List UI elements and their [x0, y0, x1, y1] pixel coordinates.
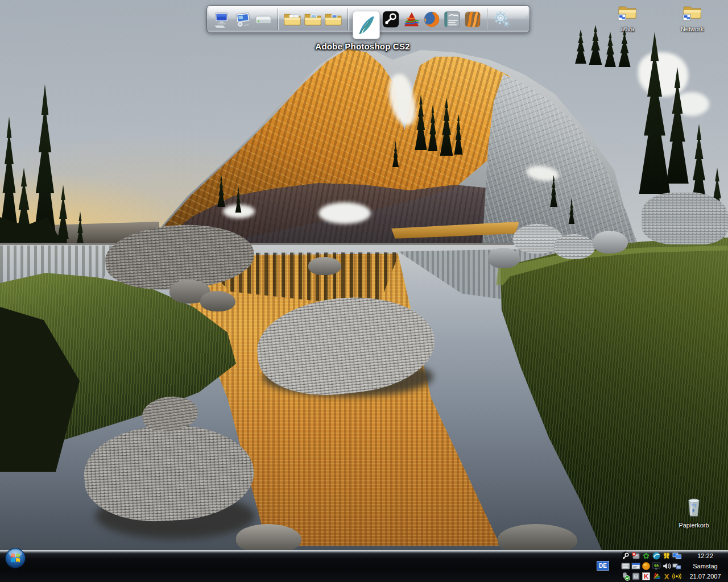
dock-item-pictures-display[interactable] — [233, 7, 253, 31]
safe-icon[interactable] — [631, 572, 640, 581]
volume-icon[interactable] — [662, 562, 671, 571]
dock-item-media-folder[interactable] — [324, 7, 343, 31]
wireless-signal-icon[interactable] — [672, 572, 681, 581]
pictures-folder-icon — [303, 10, 322, 29]
network-monitors-icon[interactable] — [672, 551, 681, 560]
dock-settings-gear-icon — [492, 10, 511, 29]
desktop-icon-label: Papierkorb — [672, 522, 716, 529]
device-error-icon[interactable] — [631, 551, 640, 560]
red-waves-app-icon — [402, 10, 421, 29]
dock-separator — [487, 9, 487, 30]
dock-item-firefox[interactable] — [422, 7, 441, 31]
dock-item-pictures-folder[interactable] — [303, 7, 322, 31]
harddrive-icon — [254, 9, 273, 30]
shore-rock — [554, 234, 595, 259]
tray-row-2: 99 Samstag — [621, 561, 725, 571]
wallpaper — [0, 0, 728, 550]
kaspersky-letter: K — [644, 573, 648, 580]
clock-day[interactable]: Samstag — [685, 563, 725, 569]
desktop-icon-a6va[interactable]: a6va — [605, 3, 650, 32]
dock-item-settings[interactable] — [492, 7, 511, 31]
xfire-letter: X — [664, 572, 669, 581]
dock-item-orange-streaks-app[interactable] — [463, 7, 482, 31]
steam-tray-icon[interactable] — [621, 551, 630, 560]
dock-tooltip: Adobe Photoshop CS2 — [206, 41, 519, 51]
start-button[interactable] — [5, 547, 26, 569]
snowfield-right — [638, 52, 688, 97]
orange-streaks-app-icon — [463, 10, 482, 29]
steam-icon — [381, 10, 400, 29]
app-dock — [206, 5, 530, 33]
icq-ball-icon[interactable] — [642, 562, 651, 571]
messenger-swirl-icon[interactable] — [652, 551, 661, 560]
snow-patch — [318, 202, 371, 224]
firefox-icon — [422, 10, 441, 29]
dock-separator — [348, 9, 348, 30]
shore-rock — [593, 231, 628, 253]
safely-remove-icon[interactable] — [621, 572, 630, 581]
documents-folder-icon — [283, 10, 302, 29]
rock — [200, 291, 235, 311]
dock-item-red-waves-app[interactable] — [402, 7, 421, 31]
window-app-icon[interactable] — [631, 562, 640, 571]
tray-row-1: ✿ 12:22 — [621, 551, 725, 561]
shore-rock — [488, 248, 520, 268]
shared-folder-icon — [682, 3, 702, 22]
recycle-bin-icon — [684, 497, 704, 518]
desktop-icon-label: Network — [670, 26, 714, 32]
shore-rock-large — [642, 192, 728, 244]
system-tray: ✿ 12:22 99 Samstag K — [621, 551, 725, 581]
windows-orb-icon — [5, 547, 26, 569]
flower-glyph: ✿ — [643, 551, 650, 560]
desktop: Adobe Photoshop CS2 a6va — [0, 0, 728, 582]
desktop-icon-network[interactable]: Network — [670, 3, 714, 32]
clock-time[interactable]: 12:22 — [685, 552, 725, 559]
photoshop-icon — [355, 14, 378, 36]
kaspersky-icon[interactable]: K — [642, 572, 651, 581]
dock-item-photoshop[interactable] — [353, 11, 380, 39]
lan-status-icon[interactable] — [672, 562, 681, 571]
color-fan-icon[interactable] — [652, 572, 661, 581]
dock-item-documents-folder[interactable] — [283, 7, 302, 31]
dock-item-harddrive[interactable] — [254, 7, 273, 31]
dock-item-steam[interactable] — [381, 7, 400, 31]
tray-row-3: K X 21.07.2007 — [621, 571, 725, 581]
desktop-icon-recycle-bin[interactable]: Papierkorb — [672, 497, 716, 529]
meter-value: 99 — [654, 564, 659, 568]
clock-date[interactable]: 21.07.2007 — [685, 573, 725, 580]
media-folder-icon — [324, 10, 343, 29]
dock-item-computer[interactable] — [213, 7, 232, 31]
language-indicator[interactable]: DE — [597, 561, 609, 571]
newspaper-icon[interactable] — [621, 562, 630, 571]
display-pictures-icon — [233, 9, 253, 30]
xfire-icon[interactable]: X — [662, 572, 671, 581]
dock-item-openoffice-writer[interactable] — [442, 7, 462, 31]
desktop-icon-label: a6va — [605, 26, 650, 32]
computer-icon — [213, 9, 232, 30]
icq-flower-icon[interactable]: ✿ — [642, 551, 651, 560]
rock — [308, 257, 341, 275]
system-meter-icon[interactable]: 99 — [652, 562, 661, 571]
msn-butterfly-icon[interactable] — [662, 551, 671, 560]
shared-folder-icon — [617, 3, 638, 22]
dock-separator — [278, 9, 278, 30]
openoffice-writer-icon — [442, 10, 462, 29]
taskbar: DE ✿ 12:22 99 Samstag — [0, 550, 728, 582]
